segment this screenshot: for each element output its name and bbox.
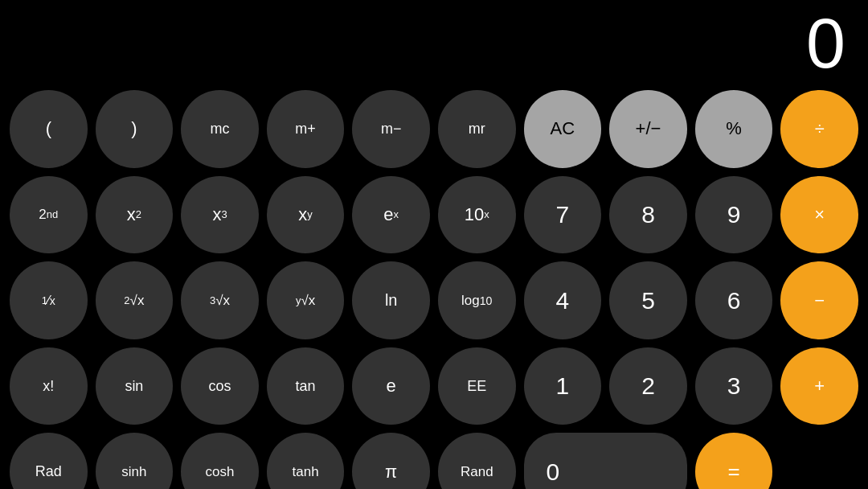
rand-button[interactable]: Rand <box>438 433 516 489</box>
cos-button[interactable]: cos <box>181 347 259 425</box>
x3-button[interactable]: x3 <box>181 176 259 254</box>
5-button[interactable]: 5 <box>609 261 687 339</box>
display-area: 0 <box>0 0 868 90</box>
6-button[interactable]: 6 <box>695 261 773 339</box>
close-paren-button[interactable]: ) <box>96 90 174 168</box>
1-button[interactable]: 1 <box>524 347 602 425</box>
0-button[interactable]: 0 <box>524 433 687 489</box>
x2-button[interactable]: x2 <box>96 176 174 254</box>
rad-button[interactable]: Rad <box>10 433 88 489</box>
m-plus-button[interactable]: m+ <box>267 90 345 168</box>
percent-button[interactable]: % <box>695 90 773 168</box>
add-button[interactable]: + <box>780 347 858 425</box>
display-value: 0 <box>806 8 845 79</box>
ac-button[interactable]: AC <box>524 90 602 168</box>
sin-button[interactable]: sin <box>96 347 174 425</box>
sinh-button[interactable]: sinh <box>96 433 174 489</box>
9-button[interactable]: 9 <box>695 176 773 254</box>
sqrt2-button[interactable]: 2√x <box>96 261 174 339</box>
mc-button[interactable]: mc <box>181 90 259 168</box>
mr-button[interactable]: mr <box>438 90 516 168</box>
multiply-button[interactable]: × <box>780 176 858 254</box>
ln-button[interactable]: ln <box>352 261 430 339</box>
xy-button[interactable]: xy <box>267 176 345 254</box>
equals-button[interactable]: = <box>695 433 773 489</box>
cosh-button[interactable]: cosh <box>181 433 259 489</box>
pi-button[interactable]: π <box>352 433 430 489</box>
sqrt3-button[interactable]: 3√x <box>181 261 259 339</box>
ee-button[interactable]: EE <box>438 347 516 425</box>
4-button[interactable]: 4 <box>524 261 602 339</box>
3-button[interactable]: 3 <box>695 347 773 425</box>
sqrty-button[interactable]: y√x <box>267 261 345 339</box>
m-minus-button[interactable]: m− <box>352 90 430 168</box>
factorial-button[interactable]: x! <box>10 347 88 425</box>
2nd-button[interactable]: 2nd <box>10 176 88 254</box>
7-button[interactable]: 7 <box>524 176 602 254</box>
8-button[interactable]: 8 <box>609 176 687 254</box>
open-paren-button[interactable]: ( <box>10 90 88 168</box>
log10-button[interactable]: log10 <box>438 261 516 339</box>
divide-button[interactable]: ÷ <box>780 90 858 168</box>
tan-button[interactable]: tan <box>267 347 345 425</box>
keypad: ( ) mc m+ m− mr AC +/− % ÷ 2nd x2 x3 xy … <box>0 90 868 489</box>
2-button[interactable]: 2 <box>609 347 687 425</box>
ex-button[interactable]: ex <box>352 176 430 254</box>
e-button[interactable]: e <box>352 347 430 425</box>
10x-button[interactable]: 10x <box>438 176 516 254</box>
tanh-button[interactable]: tanh <box>267 433 345 489</box>
subtract-button[interactable]: − <box>780 261 858 339</box>
plus-minus-button[interactable]: +/− <box>609 90 687 168</box>
inv-x-button[interactable]: 1⁄x <box>10 261 88 339</box>
